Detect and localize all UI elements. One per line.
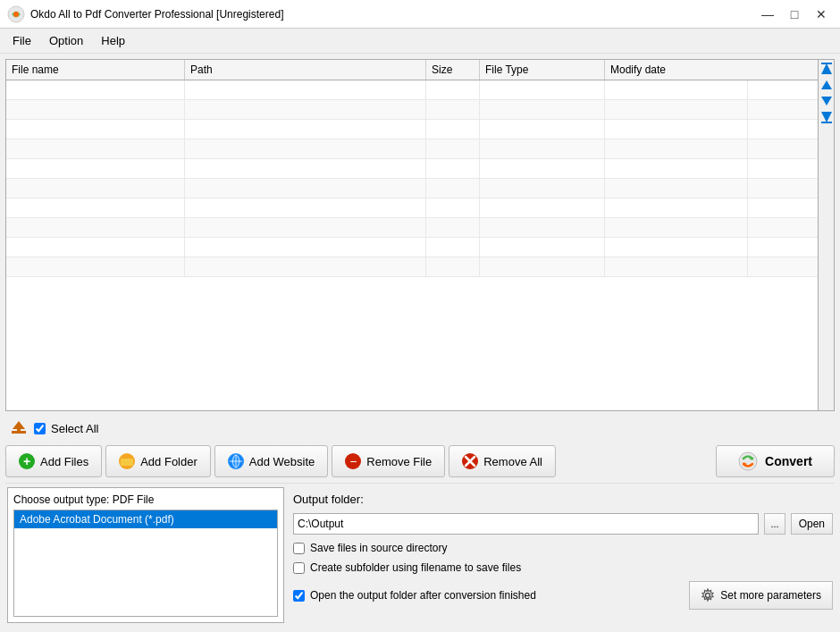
open-button[interactable]: Open <box>791 513 833 535</box>
remove-file-button[interactable]: − Remove File <box>332 445 445 477</box>
globe-icon <box>228 453 244 469</box>
output-folder-row: Output folder: <box>293 493 833 506</box>
table-row <box>6 159 818 179</box>
menu-help[interactable]: Help <box>92 30 134 51</box>
remove-all-icon <box>462 453 478 469</box>
convert-button[interactable]: Convert <box>716 445 835 477</box>
maximize-button[interactable]: □ <box>783 4 806 24</box>
scroll-controls <box>818 60 834 410</box>
remove-file-icon: − <box>345 453 361 469</box>
col-modifydate: Modify date <box>605 60 748 80</box>
open-output-row: Open the output folder after conversion … <box>293 589 536 602</box>
scroll-down-button[interactable] <box>819 94 834 108</box>
file-table-header: File name Path Size File Type Modify dat… <box>6 60 818 80</box>
table-row <box>6 100 818 120</box>
remove-all-button[interactable]: Remove All <box>449 445 556 477</box>
file-table: File name Path Size File Type Modify dat… <box>6 60 818 410</box>
svg-rect-3 <box>821 63 832 64</box>
table-row <box>6 80 818 100</box>
svg-rect-11 <box>121 459 133 466</box>
output-type-label: Choose output type: PDF File <box>13 493 278 506</box>
save-source-dir-row: Save files in source directory <box>293 542 833 554</box>
minimize-button[interactable]: — <box>756 4 779 24</box>
select-all-row: Select All <box>5 417 835 440</box>
svg-point-21 <box>706 594 710 598</box>
table-row <box>6 139 818 159</box>
main-window: File name Path Size File Type Modify dat… <box>0 54 840 632</box>
scroll-up-button[interactable] <box>819 78 834 92</box>
svg-marker-2 <box>821 63 832 74</box>
close-button[interactable]: ✕ <box>810 4 833 24</box>
select-all-label: Select All <box>51 422 98 435</box>
table-row <box>6 120 818 139</box>
app-icon <box>7 5 25 23</box>
add-folder-icon <box>119 453 135 469</box>
title-bar: Okdo All to Pdf Converter Professional [… <box>0 0 840 29</box>
output-folder-input-row: ... Open <box>293 513 833 535</box>
svg-marker-4 <box>821 80 832 89</box>
remove-all-label: Remove All <box>483 455 542 468</box>
col-path: Path <box>185 60 426 80</box>
file-list-container: File name Path Size File Type Modify dat… <box>5 59 835 411</box>
output-type-item[interactable]: Adobe Acrobat Document (*.pdf) <box>14 510 277 528</box>
select-all-checkbox[interactable] <box>34 423 46 434</box>
table-row <box>6 179 818 198</box>
toolbar: + Add Files Add Folder Add Websi <box>5 445 835 477</box>
window-controls: — □ ✕ <box>756 4 833 24</box>
create-subfolder-checkbox[interactable] <box>293 562 305 574</box>
col-size: Size <box>426 60 480 80</box>
output-type-list[interactable]: Adobe Acrobat Document (*.pdf) <box>13 510 278 617</box>
convert-icon <box>738 451 758 471</box>
output-settings-panel: Output folder: ... Open Save files in so… <box>293 487 833 623</box>
set-params-button[interactable]: Set more parameters <box>689 581 833 610</box>
scroll-to-top-button[interactable] <box>819 62 834 76</box>
save-source-checkbox[interactable] <box>293 543 305 554</box>
output-folder-label: Output folder: <box>293 493 364 506</box>
gear-icon <box>701 588 715 603</box>
table-row <box>6 198 818 218</box>
svg-marker-5 <box>821 97 832 105</box>
menu-file[interactable]: File <box>4 30 40 51</box>
browse-button[interactable]: ... <box>764 513 785 535</box>
bottom-section: Choose output type: PDF File Adobe Acrob… <box>5 483 835 627</box>
output-folder-input[interactable] <box>293 513 759 535</box>
menu-bar: File Option Help <box>0 29 840 54</box>
svg-rect-7 <box>821 122 832 123</box>
svg-rect-8 <box>12 431 26 434</box>
table-row <box>6 238 818 257</box>
add-files-button[interactable]: + Add Files <box>5 445 102 477</box>
file-table-body <box>6 80 818 277</box>
svg-marker-6 <box>821 112 832 122</box>
col-filetype: File Type <box>480 60 605 80</box>
add-website-label: Add Website <box>249 455 315 468</box>
output-type-panel: Choose output type: PDF File Adobe Acrob… <box>7 487 284 623</box>
add-files-icon: + <box>19 453 35 469</box>
menu-option[interactable]: Option <box>40 30 92 51</box>
open-output-checkbox[interactable] <box>293 590 305 602</box>
create-subfolder-row: Create subfolder using filename to save … <box>293 561 833 574</box>
add-folder-button[interactable]: Add Folder <box>105 445 211 477</box>
svg-rect-10 <box>17 426 21 431</box>
set-params-label: Set more parameters <box>720 589 821 602</box>
save-source-label: Save files in source directory <box>310 542 447 554</box>
upload-icon <box>9 418 29 438</box>
add-folder-label: Add Folder <box>140 455 197 468</box>
convert-label: Convert <box>765 454 812 468</box>
scroll-to-bottom-button[interactable] <box>819 110 834 124</box>
table-row <box>6 218 818 238</box>
svg-point-1 <box>13 12 19 17</box>
col-filename: File name <box>6 60 185 80</box>
table-row <box>6 257 818 277</box>
remove-file-label: Remove File <box>366 455 432 468</box>
svg-point-18 <box>739 452 757 470</box>
open-output-label: Open the output folder after conversion … <box>310 589 536 602</box>
create-subfolder-label: Create subfolder using filename to save … <box>310 561 521 574</box>
window-title: Okdo All to Pdf Converter Professional [… <box>30 8 756 21</box>
add-files-label: Add Files <box>40 455 88 468</box>
add-website-button[interactable]: Add Website <box>214 445 328 477</box>
